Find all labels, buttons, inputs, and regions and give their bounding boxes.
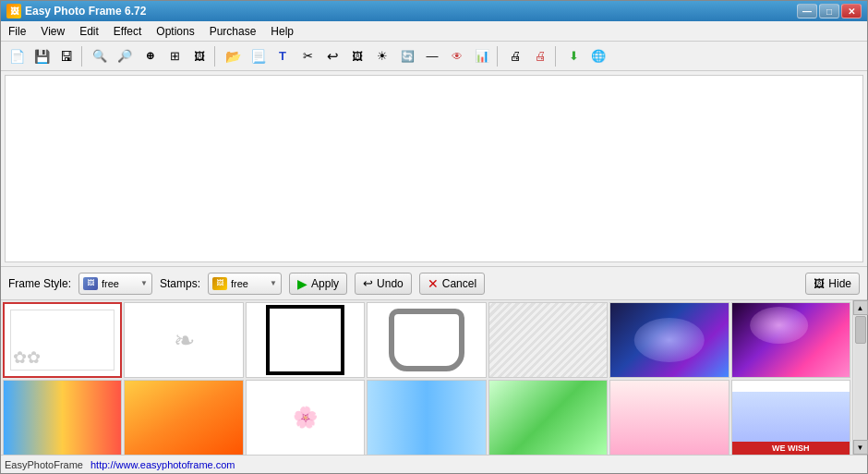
blue-gradient-deco	[368, 381, 485, 455]
hide-icon: 🖼	[814, 277, 825, 290]
thumbnail-5[interactable]	[488, 302, 608, 378]
blue-glow	[634, 318, 705, 362]
xmas-top	[732, 392, 850, 444]
undo-button[interactable]: ↩ Undo	[355, 273, 412, 295]
status-bar: EasyPhotoFrame http://www.easyphotoframe…	[1, 455, 867, 473]
tb-rotate[interactable]: 🔄	[395, 44, 419, 68]
swirl-deco: ❧	[174, 325, 195, 356]
frame-style-icon: 🖼	[83, 277, 98, 290]
flower-deco: 🌸	[247, 381, 364, 455]
title-bar: 🖼 Easy Photo Frame 6.72 — □ ✕	[1, 1, 867, 21]
tb-download[interactable]: ⬇	[561, 44, 585, 68]
menu-view[interactable]: View	[33, 21, 72, 41]
tb-close-img[interactable]: 📃	[246, 44, 270, 68]
tb-zoom-actual[interactable]: ⊞	[163, 44, 187, 68]
thumbnail-14[interactable]: WE WISH	[731, 380, 850, 455]
menu-options[interactable]: Options	[149, 21, 201, 41]
stamps-value: free	[231, 278, 266, 289]
hide-label: Hide	[828, 277, 851, 290]
tb-zoom-in[interactable]: 🔍	[88, 44, 112, 68]
we-wish-text: WE WISH	[732, 442, 850, 455]
tb-text[interactable]: T	[271, 44, 295, 68]
hide-button[interactable]: 🖼 Hide	[805, 273, 860, 295]
scroll-thumb[interactable]	[855, 316, 866, 344]
tb-undo[interactable]: ↩	[320, 44, 344, 68]
tb-new[interactable]: 📄	[5, 44, 29, 68]
pink-burst-deco	[732, 303, 850, 377]
menu-purchase[interactable]: Purchase	[202, 21, 264, 41]
thumbnail-11[interactable]	[367, 380, 486, 455]
scroll-up-button[interactable]: ▲	[853, 300, 868, 315]
menu-edit[interactable]: Edit	[72, 21, 106, 41]
pink-light-deco	[610, 381, 728, 455]
thumbnail-scrollbar[interactable]: ▲ ▼	[852, 300, 867, 455]
tb-eye[interactable]: 👁	[445, 44, 469, 68]
stamps-icon: 🖼	[212, 277, 227, 290]
apply-label: Apply	[311, 277, 339, 290]
undo-icon: ↩	[363, 276, 373, 290]
tb-brightness[interactable]: ☀	[370, 44, 394, 68]
thumbnail-6[interactable]	[609, 302, 729, 378]
thumbnail-10[interactable]: 🌸	[246, 380, 365, 455]
menu-help[interactable]: Help	[263, 21, 301, 41]
cancel-button[interactable]: ✕ Cancel	[419, 273, 485, 295]
maximize-button[interactable]: □	[819, 4, 839, 18]
frame-style-value: free	[102, 278, 137, 289]
tb-zoom-out[interactable]: 🔎	[113, 44, 137, 68]
status-url: http://www.easyphotoframe.com	[90, 459, 235, 470]
tb-sep-4	[555, 46, 559, 67]
app-icon: 🖼	[6, 4, 21, 18]
thumbnails-panel: ✿✿ ❧	[1, 299, 867, 455]
stripes-deco	[489, 303, 607, 377]
close-button[interactable]: ✕	[841, 4, 862, 18]
stamps-label: Stamps:	[160, 277, 200, 290]
menu-effect[interactable]: Effect	[106, 21, 149, 41]
minimize-button[interactable]: —	[797, 4, 817, 18]
frame-style-label: Frame Style:	[8, 277, 71, 290]
tb-browse[interactable]: 🖼	[187, 44, 211, 68]
apply-icon: ▶	[297, 276, 307, 291]
tb-print2[interactable]: 🖨	[528, 44, 552, 68]
pink-glow	[750, 307, 809, 344]
apply-button[interactable]: ▶ Apply	[289, 273, 347, 295]
frame-style-select[interactable]: 🖼 free ▼	[78, 273, 152, 295]
frame-style-arrow: ▼	[140, 279, 148, 287]
canvas-area[interactable]	[5, 75, 863, 262]
tb-open[interactable]: 📂	[221, 44, 245, 68]
tb-save[interactable]: 💾	[30, 44, 54, 68]
tb-web[interactable]: 🌐	[586, 44, 610, 68]
stamps-arrow: ▼	[270, 279, 277, 287]
tb-print[interactable]: 🖨	[503, 44, 527, 68]
scroll-track	[854, 315, 867, 440]
green-gradient-deco	[489, 381, 607, 455]
thumbnail-7[interactable]	[731, 302, 850, 378]
thumbnail-3[interactable]	[246, 302, 365, 378]
cancel-icon: ✕	[428, 276, 439, 291]
menu-file[interactable]: File	[1, 21, 33, 41]
tb-zoom-fit[interactable]: ⊕	[138, 44, 162, 68]
thumbnail-2[interactable]: ❧	[124, 302, 243, 378]
thumbnail-8[interactable]	[3, 380, 122, 455]
thumbnails-grid: ✿✿ ❧	[1, 300, 852, 455]
tb-redo[interactable]: 🖼	[345, 44, 369, 68]
tb-sep-2	[214, 46, 218, 67]
toolbar: 📄 💾 🖫 🔍 🔎 ⊕ ⊞ 🖼 📂 📃 T ✂ ↩ 🖼 ☀ 🔄 — 👁 📊 🖨 …	[1, 42, 867, 71]
tb-chart[interactable]: 📊	[470, 44, 494, 68]
bottom-bar: Frame Style: 🖼 free ▼ Stamps: 🖼 free ▼ ▶…	[1, 266, 867, 299]
window-title: Easy Photo Frame 6.72	[25, 5, 146, 18]
thumbnail-4[interactable]	[367, 302, 486, 378]
tb-crop[interactable]: ✂	[295, 44, 319, 68]
thumbnail-9[interactable]	[124, 380, 243, 455]
blue-burst-deco	[610, 303, 728, 377]
thumbnail-13[interactable]	[609, 380, 729, 455]
white-frame-deco	[270, 309, 340, 371]
flower-icon: 🌸	[293, 406, 318, 430]
tb-line[interactable]: —	[420, 44, 444, 68]
thumbnail-12[interactable]	[488, 380, 608, 455]
orange-gradient-deco	[125, 381, 242, 455]
stamps-select[interactable]: 🖼 free ▼	[208, 273, 282, 295]
undo-label: Undo	[377, 277, 404, 290]
tb-save-as[interactable]: 🖫	[54, 44, 78, 68]
scroll-down-button[interactable]: ▼	[853, 440, 868, 455]
thumbnail-1[interactable]: ✿✿	[3, 302, 122, 378]
